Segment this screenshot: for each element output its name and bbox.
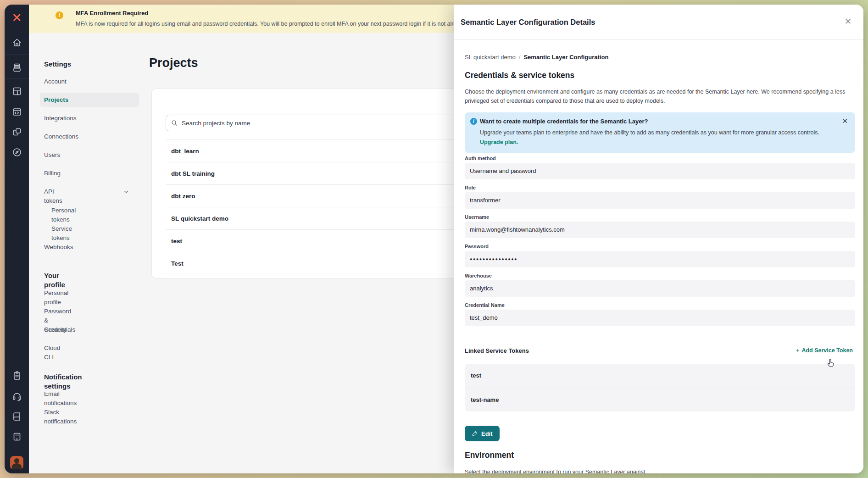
role-field: transformer [465,192,855,209]
linked-service-tokens-label: Linked Service Tokens [465,347,529,354]
info-close-icon[interactable]: ✕ [842,117,848,125]
mouse-cursor-pointer [826,358,836,369]
project-list: dbt_learn dbt SL training dbt zero SL qu… [166,139,459,274]
panel-title: Semantic Layer Configuration Details [461,18,595,27]
project-search [166,115,459,131]
sidebar-item-slack-notifications[interactable]: Slack notifications [44,408,77,417]
sidebar-item-service-tokens[interactable]: Service tokens [51,224,72,233]
auth-method-label: Auth method [465,156,496,161]
info-icon: i [470,118,477,125]
dbt-logo-glyph: ✕ [11,12,22,24]
password-label: Password [465,244,489,249]
icon-rail: ✕ [5,5,29,473]
sidebar-item-connections[interactable]: Connections [44,132,78,141]
edit-button[interactable]: Edit [465,426,500,441]
sidebar-item-webhooks[interactable]: Webhooks [44,243,73,252]
password-field: ●●●●●●●●●●●●●●● [465,251,855,267]
service-token-row: test-name [465,388,855,411]
username-field: mirna.wong@fishtownanalytics.com [465,222,855,238]
environment-description: Select the deployment environment to run… [465,469,850,473]
notes-clipboard-icon[interactable] [11,370,23,382]
warehouse-label: Warehouse [465,273,492,278]
info-box-title: Want to create multiple credentials for … [480,118,648,125]
credentials-section-title: Credentials & service tokens [465,71,574,80]
plus-icon: + [796,347,799,354]
project-row[interactable]: SL quickstart demo [166,207,459,229]
project-row[interactable]: dbt zero [166,184,459,207]
jobs-stack-icon[interactable] [11,61,23,73]
dashboard-grid-icon[interactable] [11,85,23,97]
support-headset-icon[interactable] [11,390,23,402]
service-tokens-list: test test-name [465,364,855,411]
breadcrumb-separator: / [519,54,521,61]
project-row[interactable]: test [166,229,459,252]
service-token-row: test [465,364,855,388]
mfa-banner-title: MFA Enrollment Required [76,10,148,17]
username-label: Username [465,214,489,220]
dbt-logo[interactable]: ✕ [5,5,29,31]
project-row[interactable]: dbt_learn [166,139,459,162]
search-icon [171,119,178,127]
projects-card: dbt_learn dbt SL training dbt zero SL qu… [151,89,463,278]
develop-code-icon[interactable] [11,106,23,118]
sidebar-item-billing[interactable]: Billing [44,169,61,178]
app-window: ✕ [5,5,863,473]
explore-compass-icon[interactable] [11,146,23,158]
semantic-layer-panel: Semantic Layer Configuration Details ✕ S… [454,5,863,473]
credential-name-label: Credential Name [465,302,505,308]
edit-button-label: Edit [481,430,493,437]
settings-nav-title: Settings [44,60,71,69]
environments-copy-icon[interactable] [11,126,23,138]
chevron-down-icon[interactable] [123,189,129,195]
home-icon[interactable] [11,37,23,49]
warning-icon: ! [56,11,63,19]
desktop-background: ✕ [0,0,868,478]
breadcrumb: SL quickstart demo/Semantic Layer Config… [465,54,608,61]
search-input[interactable] [182,120,454,127]
auth-method-field: Username and password [465,163,855,179]
upgrade-info-box: i Want to create multiple credentials fo… [465,112,855,153]
sidebar-item-cloud-cli[interactable]: Cloud CLI [44,344,60,353]
sidebar-item-api-tokens[interactable]: API tokens [44,187,62,196]
add-service-token-label: Add Service Token [801,347,853,354]
rail-divider [5,78,29,78]
sidebar-item-projects[interactable]: Projects [44,95,68,105]
role-label: Role [465,185,476,190]
credential-name-field: test_demo [465,310,855,326]
rail-divider [5,55,29,55]
info-box-body: Upgrade your teams plan to enterprise an… [480,129,838,136]
sidebar-item-integrations[interactable]: Integrations [44,114,77,123]
user-avatar[interactable] [10,456,23,469]
sidebar-item-users[interactable]: Users [44,150,60,160]
notification-nav-title: Notification settings [44,372,82,382]
sidebar-item-personal-tokens[interactable]: Personal tokens [51,206,76,215]
warehouse-field: analytics [465,280,855,297]
docs-book-icon[interactable] [11,411,23,422]
page-title: Projects [149,56,198,70]
pencil-icon [472,430,478,437]
breadcrumb-parent[interactable]: SL quickstart demo [465,54,516,61]
sidebar-item-credentials[interactable]: Credentials [44,325,75,334]
sidebar-item-password-security[interactable]: Password & Security [44,307,71,316]
environment-section-title: Environment [465,450,514,460]
breadcrumb-current: Semantic Layer Configuration [523,54,608,61]
panel-divider [454,39,863,40]
changelog-terminal-icon[interactable] [11,431,23,443]
sidebar-item-email-notifications[interactable]: Email notifications [44,389,77,399]
close-icon[interactable]: ✕ [845,17,851,26]
project-row[interactable]: Test [166,252,459,274]
project-row[interactable]: dbt SL training [166,162,459,184]
credentials-description: Choose the deployment environment and co… [465,87,856,106]
profile-nav-title: Your profile [44,271,65,280]
add-service-token-button[interactable]: +Add Service Token [796,347,853,354]
sidebar-item-personal-profile[interactable]: Personal profile [44,289,68,298]
upgrade-plan-link[interactable]: Upgrade plan. [480,139,518,145]
sidebar-item-account[interactable]: Account [44,77,67,86]
